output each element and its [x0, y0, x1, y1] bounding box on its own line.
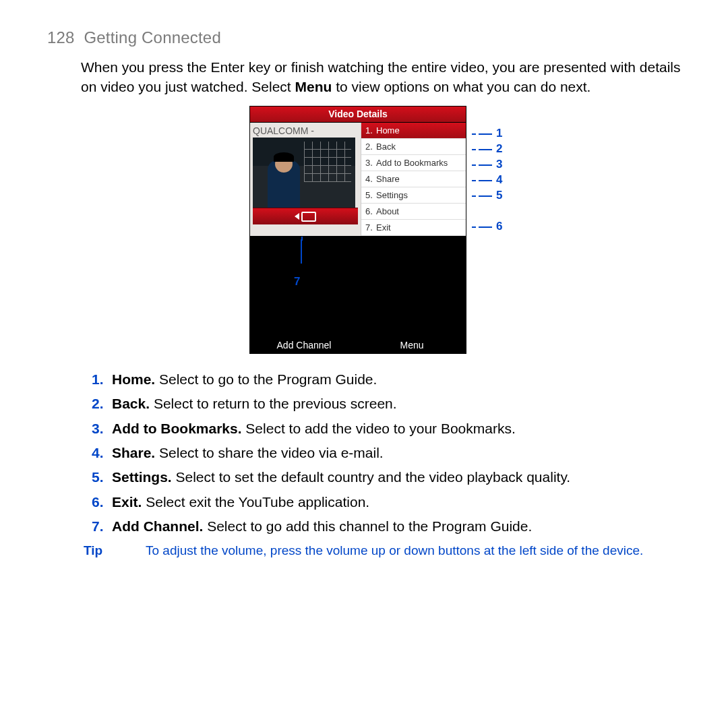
- intro-paragraph: When you press the Enter key or finish w…: [81, 58, 681, 96]
- options-menu: 1.Home 2.Back 3.Add to Bookmarks 4.Share…: [361, 123, 466, 236]
- intro-post: to view options on what you can do next.: [332, 79, 590, 94]
- screenshot-figure: Video Details QUALCOMM - Convergence 1.H…: [249, 106, 519, 354]
- softkey-bar: Add Channel Menu: [250, 336, 466, 353]
- menu-item-add-bookmarks[interactable]: 3.Add to Bookmarks: [361, 155, 466, 171]
- menu-item-back[interactable]: 2.Back: [361, 139, 466, 155]
- callout-3: 3: [472, 157, 502, 173]
- callout-1: 1: [472, 126, 502, 142]
- page-number: 128: [47, 28, 75, 47]
- def-settings: Settings. Select to set the default coun…: [92, 468, 681, 487]
- menu-item-share[interactable]: 4.Share: [361, 171, 466, 187]
- menu-item-exit[interactable]: 7.Exit: [361, 220, 466, 236]
- def-add-bookmarks: Add to Bookmarks. Select to add the vide…: [92, 419, 681, 438]
- tip-block: Tip To adjust the volume, press the volu…: [84, 543, 681, 559]
- thumb-block: [253, 138, 355, 224]
- softkey-add-channel[interactable]: Add Channel: [250, 339, 358, 352]
- menu-item-about[interactable]: 6.About: [361, 204, 466, 220]
- callout-4: 4: [472, 173, 502, 188]
- tip-text: To adjust the volume, press the volume u…: [146, 543, 643, 559]
- video-camera-icon: [295, 212, 316, 222]
- callout-7: 7: [294, 274, 300, 290]
- intro-bold: Menu: [295, 79, 332, 94]
- callout-6: 6: [472, 219, 502, 235]
- softkey-menu[interactable]: Menu: [358, 339, 466, 352]
- video-icon-bar: [253, 208, 358, 224]
- def-add-channel: Add Channel. Select to go add this chann…: [92, 517, 681, 536]
- def-home: Home. Select to go to the Program Guide.: [92, 370, 681, 389]
- tip-label: Tip: [84, 543, 146, 559]
- callout-2: 2: [472, 142, 502, 157]
- def-back: Back. Select to return to the previous s…: [92, 394, 681, 413]
- menu-item-home[interactable]: 1.Home: [361, 123, 466, 139]
- section-title: Getting Connected: [84, 28, 221, 47]
- device-screen: Video Details QUALCOMM - Convergence 1.H…: [249, 106, 466, 354]
- definitions-list: Home. Select to go to the Program Guide.…: [92, 370, 681, 536]
- video-thumbnail: [253, 138, 355, 208]
- menu-item-settings[interactable]: 5.Settings: [361, 187, 466, 204]
- callout-5: 5: [472, 188, 502, 204]
- page-header: 128 Getting Connected: [47, 27, 681, 49]
- screen-title: Video Details: [250, 107, 466, 123]
- def-share: Share. Select to share the video via e-m…: [92, 444, 681, 462]
- def-exit: Exit. Select exit the YouTube applicatio…: [92, 493, 681, 512]
